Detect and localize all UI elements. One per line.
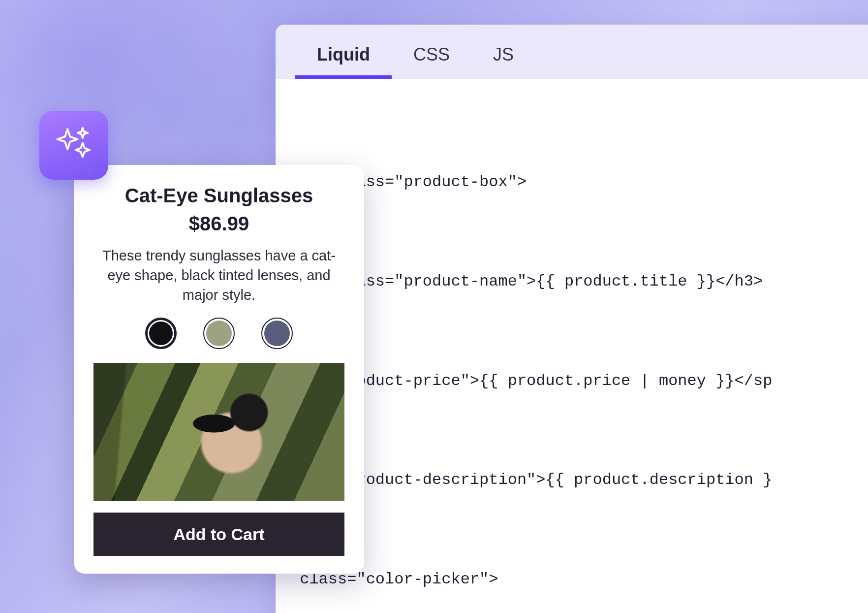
color-swatch-black[interactable] (145, 318, 177, 349)
code-line: ass="product-price">{{ product.price | m… (290, 364, 868, 397)
tab-liquid[interactable]: Liquid (295, 30, 392, 79)
sparkle-icon (54, 124, 94, 166)
product-image (93, 363, 344, 501)
product-title: Cat-Eye Sunglasses (93, 185, 344, 207)
product-card: Cat-Eye Sunglasses $86.99 These trendy s… (74, 165, 364, 574)
button-label: Add to Cart (173, 525, 264, 544)
code-line: lass="product-description">{{ product.de… (290, 463, 868, 496)
code-line: <h3 class="product-name">{{ product.titl… (290, 265, 868, 298)
ai-sparkle-badge (39, 111, 108, 180)
tab-label: CSS (413, 44, 450, 65)
product-price: $86.99 (93, 213, 344, 235)
add-to-cart-button[interactable]: Add to Cart (93, 513, 344, 556)
color-swatch-olive[interactable] (203, 318, 235, 349)
code-area[interactable]: <div class="product-box"> <h3 class="pro… (276, 79, 868, 613)
color-picker (93, 318, 344, 349)
tab-js[interactable]: JS (471, 30, 535, 79)
code-line: <div class="product-box"> (290, 165, 868, 198)
tab-label: Liquid (317, 44, 370, 65)
tab-css[interactable]: CSS (392, 30, 471, 79)
editor-tab-bar: Liquid CSS JS (276, 25, 868, 79)
code-line: class="color-picker"> (290, 563, 868, 596)
color-swatch-slate[interactable] (261, 318, 293, 349)
code-editor-window: Liquid CSS JS <div class="product-box"> … (276, 25, 868, 613)
tab-label: JS (493, 44, 514, 65)
product-description: These trendy sunglasses have a cat-eye s… (101, 246, 337, 305)
